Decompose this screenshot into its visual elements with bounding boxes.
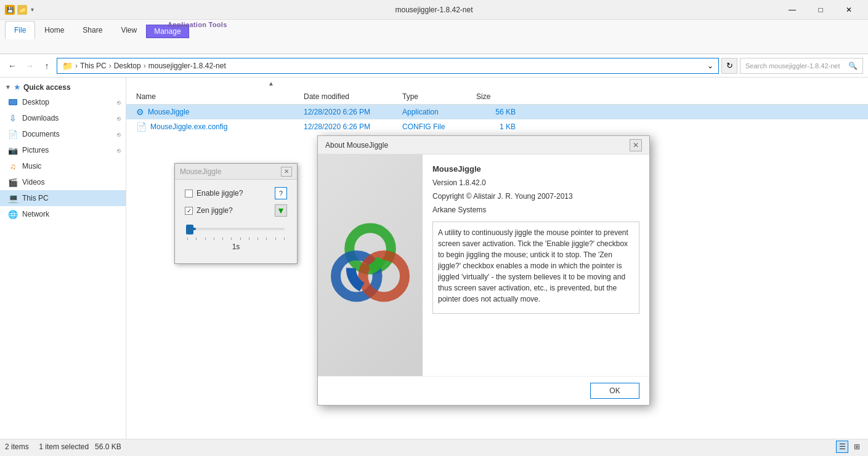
collapse-icon: ▼: [5, 84, 11, 90]
downloads-icon: ⇩: [7, 113, 18, 124]
up-button[interactable]: ↑: [39, 58, 54, 73]
pin-icon: ▾: [31, 6, 34, 13]
sidebar: ▼ ★ Quick access Desktop ⎋ ⇩ Downloads ⎋…: [0, 78, 126, 439]
mj-tick-3: [214, 238, 214, 240]
save-icon[interactable]: 💾: [5, 5, 15, 15]
mj-title-bar: MouseJiggle ✕: [175, 164, 297, 180]
mj-slider-value: 1s: [185, 242, 287, 251]
about-ok-button[interactable]: OK: [590, 383, 639, 399]
sidebar-item-music[interactable]: ♫ Music: [0, 158, 126, 174]
about-logo: [318, 154, 423, 376]
sort-indicator: ▲: [126, 78, 868, 89]
path-this-pc[interactable]: This PC: [80, 62, 107, 70]
about-company: Arkane Systems: [432, 206, 639, 214]
pictures-icon: 📷: [7, 145, 18, 156]
application-tools-label: Application Tools: [168, 21, 227, 28]
window-title: mousejiggler-1.8.42-net: [395, 6, 473, 14]
this-pc-icon: 💻: [7, 193, 18, 204]
file-row-0[interactable]: ⚙ MouseJiggle 12/28/2020 6:26 PM Applica…: [126, 105, 868, 119]
mj-help-button[interactable]: ?: [275, 187, 287, 199]
pin-desktop-icon: ⎋: [117, 99, 121, 106]
music-icon: ♫: [7, 161, 18, 172]
path-dropdown-icon[interactable]: ⌄: [707, 62, 713, 70]
sidebar-item-documents[interactable]: 📄 Documents ⎋: [0, 126, 126, 142]
status-bar: 2 items 1 item selected 56.0 KB ☰ ⊞: [0, 439, 868, 454]
mj-slider-track-area: [185, 222, 287, 238]
file-row-1[interactable]: 📄 MouseJiggle.exe.config 12/28/2020 6:26…: [126, 119, 868, 134]
sidebar-downloads-label: Downloads: [22, 114, 117, 122]
status-view-controls: ☰ ⊞: [836, 441, 863, 453]
sidebar-videos-label: Videos: [22, 178, 121, 186]
path-desktop[interactable]: Desktop: [114, 62, 141, 70]
pin-downloads-icon: ⎋: [117, 115, 121, 122]
mj-close-button[interactable]: ✕: [281, 167, 292, 177]
quick-access-label: Quick access: [23, 83, 71, 92]
sidebar-item-desktop[interactable]: Desktop ⎋: [0, 94, 126, 110]
about-copyright: Copyright © Alistair J. R. Young 2007-20…: [432, 192, 639, 201]
ribbon-tabs: File Home Share View Manage: [0, 20, 868, 39]
tab-home[interactable]: Home: [35, 21, 73, 39]
tab-view[interactable]: View: [112, 21, 146, 39]
details-view-button[interactable]: ☰: [836, 441, 848, 453]
minimize-button[interactable]: —: [778, 0, 806, 20]
about-app-name: MouseJiggle: [432, 164, 639, 174]
window-controls: — □ ✕: [778, 0, 863, 20]
mj-enable-label: Enable jiggle?: [197, 189, 243, 198]
about-dialog: About MouseJiggle ✕ MouseJiggle Version: [317, 135, 650, 406]
quick-access-header[interactable]: ▼ ★ Quick access: [0, 80, 126, 94]
sidebar-item-pictures[interactable]: 📷 Pictures ⎋: [0, 142, 126, 158]
path-folder-icon: 📁: [62, 61, 73, 71]
search-box[interactable]: Search mousejiggler-1.8.42-net 🔍: [740, 58, 863, 74]
status-info: 2 items 1 item selected 56.0 KB: [5, 442, 836, 451]
col-header-date[interactable]: Date modified: [304, 92, 402, 101]
file-type-0: Application: [402, 108, 476, 116]
file-config-icon-1: 📄: [136, 122, 147, 132]
close-button[interactable]: ✕: [835, 0, 863, 20]
about-description: A utility to continuously jiggle the mou…: [432, 222, 639, 314]
sidebar-item-network[interactable]: 🌐 Network: [0, 206, 126, 222]
col-header-type[interactable]: Type: [402, 92, 476, 101]
sidebar-item-this-pc[interactable]: 💻 This PC: [0, 190, 126, 206]
search-placeholder: Search mousejiggler-1.8.42-net: [745, 62, 840, 70]
desktop-icon: [7, 97, 18, 108]
sidebar-item-videos[interactable]: 🎬 Videos: [0, 174, 126, 190]
col-header-size[interactable]: Size: [476, 92, 525, 101]
back-button[interactable]: ←: [5, 58, 20, 73]
refresh-button[interactable]: ↻: [721, 58, 737, 74]
mj-title-text: MouseJiggle: [180, 167, 221, 176]
mj-body: Enable jiggle? ? Zen jiggle? ▼: [175, 180, 297, 263]
tab-share[interactable]: Share: [73, 21, 112, 39]
mj-tick-marks: [187, 238, 285, 240]
col-header-name[interactable]: Name: [131, 92, 304, 101]
about-close-button[interactable]: ✕: [630, 139, 642, 151]
sidebar-pictures-label: Pictures: [22, 146, 117, 154]
mj-tick-4: [222, 238, 223, 240]
folder-icon[interactable]: 📁: [17, 5, 27, 15]
path-folder[interactable]: mousejiggler-1.8.42-net: [148, 62, 226, 70]
mj-tick-8: [258, 238, 258, 240]
sidebar-documents-label: Documents: [22, 130, 117, 138]
sidebar-this-pc-label: This PC: [22, 194, 121, 202]
sidebar-network-label: Network: [22, 210, 121, 218]
file-size-1: 1 KB: [476, 122, 525, 131]
file-name-1: 📄 MouseJiggle.exe.config: [131, 122, 304, 132]
mj-down-button[interactable]: ▼: [275, 204, 287, 217]
ribbon: Application Tools File Home Share View M…: [0, 20, 868, 54]
mj-enable-checkbox[interactable]: [185, 190, 193, 198]
mj-zen-row: Zen jiggle? ▼: [185, 204, 287, 217]
mj-enable-row: Enable jiggle? ?: [185, 187, 287, 199]
tiles-view-button[interactable]: ⊞: [851, 441, 863, 453]
file-app-icon-0: ⚙: [136, 107, 144, 117]
sidebar-item-downloads[interactable]: ⇩ Downloads ⎋: [0, 110, 126, 126]
file-name-0: ⚙ MouseJiggle: [131, 107, 304, 117]
mj-zen-checkbox[interactable]: [185, 207, 193, 215]
maximize-button[interactable]: □: [806, 0, 835, 20]
tab-file[interactable]: File: [5, 21, 35, 39]
sidebar-music-label: Music: [22, 162, 121, 170]
address-path[interactable]: 📁 › This PC › Desktop › mousejiggler-1.8…: [57, 58, 719, 74]
file-date-1: 12/28/2020 6:26 PM: [304, 122, 402, 131]
mj-tick-5: [231, 238, 232, 240]
mj-tick-1: [196, 238, 197, 240]
forward-button[interactable]: →: [22, 58, 37, 73]
mj-tick-11: [284, 238, 285, 240]
